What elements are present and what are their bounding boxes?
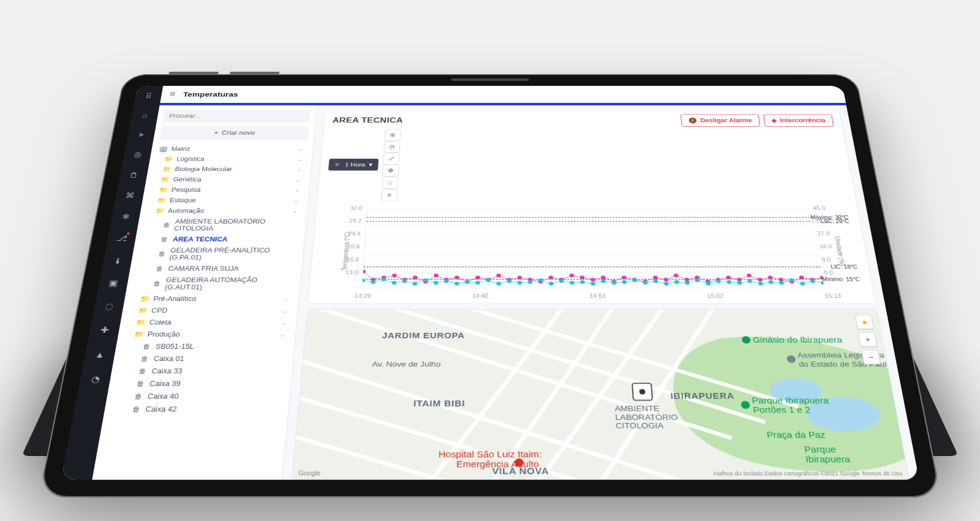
branch-icon[interactable]: ⎇ [112, 232, 132, 246]
create-button[interactable]: + Criar novo [159, 126, 309, 140]
tree-folder[interactable]: 📁Logística⌄ [155, 154, 307, 164]
folder-icon: 📁 [156, 197, 167, 203]
svg-point-59 [507, 279, 512, 283]
svg-text:do Estado de São Paulo: do Estado de São Paulo [798, 360, 892, 368]
pan-icon[interactable]: ✥ [382, 165, 399, 177]
tree-device[interactable]: 🗑Caixa 39 [115, 378, 284, 390]
menu-icon[interactable]: ≡ [168, 89, 176, 99]
home-icon[interactable]: ⌂ [381, 177, 398, 189]
tree-device[interactable]: 🗑GELADEIRA PRÉ-ANALÍTICO (G.PA.01) [137, 245, 298, 263]
tree-folder[interactable]: 📁Pesquisa⌄ [149, 184, 304, 195]
svg-point-39 [767, 276, 772, 280]
map-marker[interactable]: AMBIENTE LABORATÓRIO CITOLOGIA [613, 383, 679, 430]
svg-point-0 [361, 270, 366, 273]
map-card[interactable]: JARDIM EUROPA ITAIM BIBI VILA NOVA IBIRA… [292, 309, 910, 480]
nav-icon[interactable]: ➤ [132, 129, 150, 141]
svg-text:de Cardiologia: de Cardiologia [900, 391, 908, 401]
svg-point-20 [570, 273, 575, 277]
health-icon[interactable]: ✚ [94, 322, 115, 338]
tree-device[interactable]: 🗑SB051-15L [121, 340, 288, 352]
tree-folder[interactable]: 📁Pré-Analítico⌄ [130, 293, 293, 305]
time-range-dropdown[interactable]: ᯤ 1 Hora ▾ [328, 159, 379, 171]
pegman-icon[interactable]: ● [855, 315, 874, 329]
svg-point-125 [639, 389, 646, 395]
zoom-in-icon[interactable]: ⊕ [384, 129, 401, 141]
svg-text:Ginásio do Ibirapuera: Ginásio do Ibirapuera [752, 335, 843, 344]
zoom-out-button[interactable]: − [861, 350, 881, 365]
tree-device[interactable]: 🗑Caixa 40 [113, 390, 284, 403]
tree-device[interactable]: 🗑AREA TECNICA [140, 234, 298, 245]
disable-alarm-button[interactable]: 🔕 Desligar Alarme [680, 115, 761, 127]
thermo-icon[interactable]: 🌡 [108, 253, 127, 267]
svg-text:Av. 23 de Maio: Av. 23 de Maio [902, 367, 909, 419]
svg-point-4 [402, 278, 407, 281]
list-icon[interactable]: ≡ [380, 189, 398, 201]
svg-point-87 [800, 282, 805, 286]
svg-point-31 [684, 278, 689, 281]
expand-icon[interactable]: ⤢ [383, 153, 400, 164]
svg-point-16 [528, 278, 533, 281]
svg-point-24 [611, 280, 616, 283]
refresh-icon[interactable]: ◌ [99, 299, 119, 314]
chevron-down-icon: ▾ [369, 161, 372, 168]
device-icon: 🗑 [162, 222, 172, 229]
tree-label: Caixa 39 [149, 380, 181, 388]
svg-point-73 [653, 279, 658, 283]
svg-point-62 [538, 278, 543, 282]
wifi-icon: ᯤ [334, 162, 342, 167]
map-district: ITAIM BIBI [413, 398, 466, 408]
svg-text:AMBIENTE: AMBIENTE [614, 404, 660, 413]
home-icon[interactable]: ⌂ [136, 109, 154, 121]
tree-folder[interactable]: 📁Estoque⌄ [148, 195, 303, 205]
tree-folder[interactable]: 📁CPD⌄ [128, 305, 292, 316]
tree-device[interactable]: 🗑GELADEIRA AUTOMAÇÃO (G.AUT.01) [132, 275, 295, 294]
zoom-in-button[interactable]: + [858, 332, 877, 346]
svg-point-52 [434, 281, 439, 284]
folder-icon: 📁 [158, 186, 168, 193]
svg-point-51 [423, 278, 428, 282]
svg-point-91 [804, 397, 883, 432]
svg-point-78 [706, 282, 710, 286]
tree-folder[interactable]: 📁Automação⌄ [146, 205, 302, 216]
svg-point-45 [360, 278, 365, 282]
tree-label: Pesquisa [171, 186, 201, 193]
command-icon[interactable]: ⌘ [120, 189, 139, 202]
tree-device[interactable]: 🗑Caixa 01 [119, 352, 287, 365]
svg-text:CITOLOGIA: CITOLOGIA [616, 421, 664, 430]
svg-point-38 [758, 278, 763, 281]
tree-folder[interactable]: 📁Coleta⌄ [126, 316, 290, 328]
tree-label: Genética [173, 176, 202, 183]
clipboard-icon[interactable]: 🗒 [124, 169, 143, 181]
square-icon[interactable]: ▣ [104, 276, 124, 291]
apps-icon[interactable]: ⠿ [140, 90, 157, 102]
tree-device[interactable]: 🗑Caixa 33 [117, 365, 286, 377]
tree-label: Biologia Molecular [175, 166, 233, 173]
snow-icon[interactable]: ❄ [116, 210, 136, 223]
tree-folder[interactable]: 🏢Matriz⌄ [157, 144, 307, 154]
tree-folder[interactable]: 📁Biologia Molecular⌄ [153, 164, 306, 175]
device-icon: 🗑 [139, 355, 151, 363]
svg-point-76 [685, 281, 690, 284]
map-attribution: Atalhos do teclado Dados cartográficos ©… [712, 470, 903, 476]
search-input[interactable] [162, 110, 311, 123]
tree-device[interactable]: 🗑Caixa 42 [110, 403, 282, 416]
tree-device[interactable]: 🗑CAMARA FRIA SUJA [135, 263, 296, 274]
alert-icon[interactable]: ▲ [89, 346, 110, 362]
svg-point-5 [413, 276, 418, 280]
target-icon[interactable]: ◎ [128, 148, 146, 161]
clock-icon[interactable]: ◔ [85, 371, 106, 387]
incident-button[interactable]: ◆ Intercorrência [763, 115, 834, 127]
svg-point-49 [402, 279, 407, 283]
tree-folder[interactable]: 📁Produção⌄ [124, 329, 290, 341]
map-district: IBIRAPUERA [670, 391, 735, 401]
map-district: JARDIM EUROPA [382, 331, 465, 340]
x-tick: 14:40 [472, 292, 489, 299]
svg-point-36 [737, 278, 742, 281]
tree-device[interactable]: 🗑AMBIENTE LABORATÓRIO CITOLOGIA [143, 216, 301, 234]
zoom-out-icon[interactable]: ⊖ [383, 141, 400, 153]
chart-plot[interactable]: Máximo: 30°CLSC: 29°CLIC: 18°CMínimo: 15… [361, 209, 824, 289]
svg-text:LABORATÓRIO: LABORATÓRIO [615, 412, 679, 422]
tree-folder[interactable]: 📁Genética⌄ [151, 174, 304, 184]
tree-label: CAMARA FRIA SUJA [168, 265, 239, 273]
svg-point-106 [786, 356, 796, 363]
